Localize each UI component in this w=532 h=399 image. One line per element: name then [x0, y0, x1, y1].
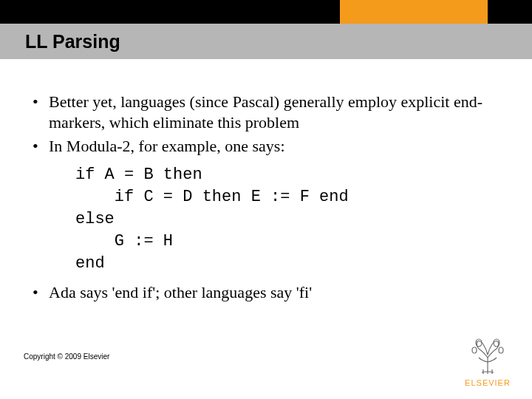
content-area: • Better yet, languages (since Pascal) g…: [33, 92, 505, 306]
elsevier-tree-icon: [468, 335, 507, 377]
bullet-text: In Modula-2, for example, one says:: [49, 136, 285, 157]
page-title: LL Parsing: [25, 31, 120, 52]
bullet-dot-icon: •: [33, 92, 49, 133]
bullet-item: • In Modula-2, for example, one says:: [33, 136, 505, 157]
logo-brand-text: ELSEVIER: [460, 378, 516, 387]
bullet-item: • Ada says 'end if'; other languages say…: [33, 282, 505, 303]
bullet-item: • Better yet, languages (since Pascal) g…: [33, 92, 505, 133]
code-block: if A = B then if C = D then E := F end e…: [75, 164, 505, 275]
slide: LL Parsing • Better yet, languages (sinc…: [0, 0, 532, 399]
copyright-text: Copyright © 2009 Elsevier: [24, 352, 109, 361]
bullet-text: Better yet, languages (since Pascal) gen…: [49, 92, 505, 133]
title-bar: LL Parsing: [0, 24, 532, 59]
bullet-dot-icon: •: [33, 282, 49, 303]
publisher-logo: ELSEVIER: [460, 335, 516, 387]
bullet-dot-icon: •: [33, 136, 49, 157]
svg-point-2: [472, 347, 477, 353]
svg-point-3: [499, 347, 503, 353]
bullet-text: Ada says 'end if'; other languages say '…: [49, 282, 312, 303]
